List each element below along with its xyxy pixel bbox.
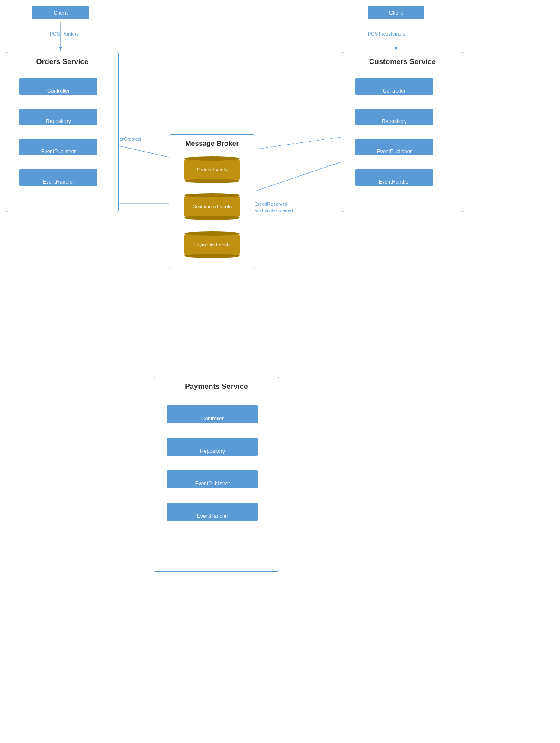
orders-service-container: Orders Service Controller Repository Eve…: [6, 52, 119, 212]
cust-event-handler: EventHandler: [355, 169, 433, 186]
cust-event-publisher: EventPublisher: [355, 139, 433, 155]
orders-event-publisher: EventPublisher: [19, 139, 97, 155]
pay-repository: Repository: [167, 438, 258, 456]
pay-controller: Controller: [167, 405, 258, 423]
orders-repository: Repository: [19, 109, 97, 125]
pay-event-publisher: EventPublisher: [167, 470, 258, 488]
message-broker-container: Message Broker Orders Events Customers E…: [169, 134, 255, 268]
orders-controller: Controller: [19, 78, 97, 95]
client-orders: Client: [32, 6, 89, 19]
cust-repository: Repository: [355, 109, 433, 125]
orders-event-handler: EventHandler: [19, 169, 97, 186]
payments-events-queue: Payments Events: [184, 233, 240, 256]
label-post-customers: POST /customers: [368, 31, 406, 36]
customers-service-title: Customers Service: [342, 52, 463, 70]
label-post-orders: POST /orders: [50, 31, 79, 36]
customers-service-container: Customers Service Controller Repository …: [342, 52, 463, 212]
orders-events-queue: Orders Events: [184, 158, 240, 181]
customers-events-queue: Customers Events: [184, 195, 240, 218]
payments-service-title: Payments Service: [154, 377, 279, 394]
orders-service-title: Orders Service: [6, 52, 118, 70]
cust-controller: Controller: [355, 78, 433, 95]
diagram: Client Client POST /orders POST /custome…: [0, 0, 560, 743]
client-customers: Client: [368, 6, 424, 19]
pay-event-handler: EventHandler: [167, 503, 258, 521]
payments-service-container: Payments Service Controller Repository E…: [154, 377, 279, 572]
label-credit-reserved: CreditReserved: [254, 201, 287, 207]
label-credit-limit: CreditLimitExcceded: [249, 208, 293, 213]
broker-title: Message Broker: [169, 135, 255, 151]
